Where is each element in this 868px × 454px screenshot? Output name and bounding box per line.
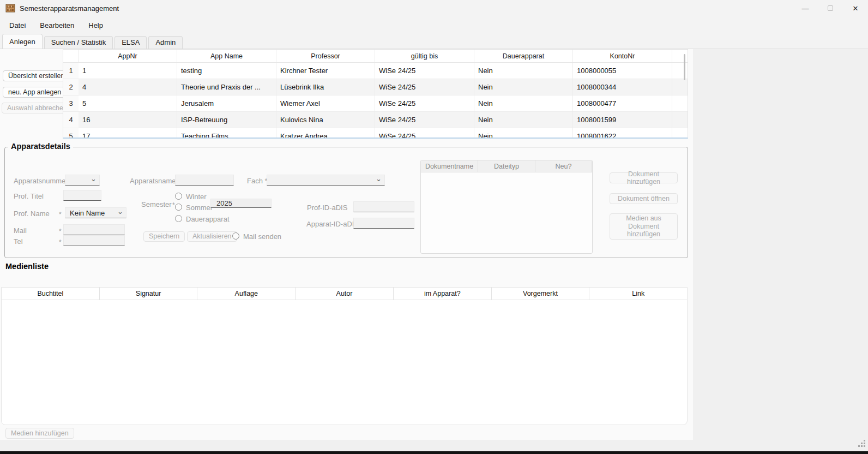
doc-table-head: DokumentnameDateitypNeu? bbox=[421, 160, 592, 172]
apps-col-kontonr[interactable]: KontoNr bbox=[573, 50, 672, 62]
prof-titel-label: Prof. Titel bbox=[14, 192, 44, 200]
semester-required-marker: * bbox=[172, 201, 175, 209]
cell: Theorie und Praxis der ... bbox=[177, 79, 276, 95]
cell: Nein bbox=[474, 79, 573, 95]
cell: Lüsebrink Ilka bbox=[276, 79, 375, 95]
cell: 1008001599 bbox=[573, 112, 672, 128]
close-button[interactable]: ✕ bbox=[843, 0, 868, 16]
cell: 17 bbox=[79, 128, 177, 139]
doc-col-dateityp[interactable]: Dateityp bbox=[478, 160, 535, 172]
apps-col-app-name[interactable]: App Name bbox=[177, 50, 276, 62]
cell: 1 bbox=[79, 63, 177, 79]
cell: Nein bbox=[474, 112, 573, 128]
apps-col-dauerapparat[interactable]: Dauerapparat bbox=[474, 50, 573, 62]
prof-name-combobox[interactable]: Kein Name⌄ bbox=[65, 207, 126, 218]
prof-id-adis-input[interactable] bbox=[353, 201, 414, 212]
minimize-button[interactable]: — bbox=[793, 0, 818, 16]
medien-col-auflage[interactable]: Auflage bbox=[197, 288, 296, 300]
medien-col-vorgemerkt[interactable]: Vorgemerkt bbox=[492, 288, 590, 300]
medienliste-title: Medienliste bbox=[5, 262, 49, 271]
apps-col-appnr[interactable]: AppNr bbox=[79, 50, 177, 62]
status-strip bbox=[0, 440, 868, 451]
medien-col-im-apparat?[interactable]: im Apparat? bbox=[394, 288, 492, 300]
apparatsnummer-label: Apparatsnummer bbox=[14, 177, 68, 185]
cell: Wiemer Axel bbox=[276, 95, 375, 111]
cell: 1008001622 bbox=[573, 128, 672, 139]
doc-col-neu?[interactable]: Neu? bbox=[535, 160, 592, 172]
übersicht-erstellen-button[interactable]: Übersicht erstellen bbox=[3, 70, 70, 81]
sommer-radio[interactable] bbox=[175, 204, 182, 211]
tel-required-marker: * bbox=[59, 238, 62, 246]
winter-radio-label: Winter bbox=[186, 193, 207, 201]
dokument-öffnen-button[interactable]: Dokument öffnen bbox=[610, 193, 678, 204]
medien-hinzufuegen-button[interactable]: Medien hinzufügen bbox=[5, 428, 74, 439]
sommer-radio-label: Sommer bbox=[186, 204, 213, 212]
mail-input[interactable] bbox=[63, 224, 125, 235]
apparatsname-input[interactable] bbox=[175, 175, 234, 186]
aktualisieren-button[interactable]: Aktualisieren bbox=[187, 231, 237, 242]
apps-col-professor[interactable]: Professor bbox=[276, 50, 375, 62]
right-panel: ← Januar▼ 2025 → MoDiMiDoFrSaSo 30311234… bbox=[693, 49, 868, 440]
row-number: 3 bbox=[63, 95, 79, 111]
cell: testing bbox=[177, 63, 276, 79]
mail-label: Mail bbox=[14, 226, 27, 235]
cell: Kirchner Tester bbox=[276, 63, 375, 79]
apparat-id-adis-input[interactable] bbox=[353, 218, 414, 229]
apps-col-gültig-bis[interactable]: gültig bis bbox=[375, 50, 474, 62]
tab-anlegen[interactable]: Anlegen bbox=[2, 34, 43, 49]
tab-admin[interactable]: Admin bbox=[148, 36, 183, 49]
chevron-down-icon: ⌄ bbox=[117, 210, 123, 214]
cell: Jerusalem bbox=[177, 95, 276, 111]
medien-col-signatur[interactable]: Signatur bbox=[100, 288, 198, 300]
table-row[interactable]: 35JerusalemWiemer AxelWiSe 24/25Nein1008… bbox=[63, 95, 688, 112]
application-window: Semesterapparatsmanagement — ✕ DateiBear… bbox=[0, 0, 868, 454]
cell: 4 bbox=[79, 79, 177, 95]
prof-titel-input[interactable] bbox=[63, 190, 101, 201]
apps-table: AppNrApp NameProfessorgültig bisDauerapp… bbox=[63, 49, 688, 139]
medien-col-link[interactable]: Link bbox=[589, 288, 687, 300]
menu-item-help[interactable]: Help bbox=[81, 18, 110, 33]
dauerapparat-radio-label: Dauerapparat bbox=[186, 215, 230, 223]
table-row[interactable]: 11testingKirchner TesterWiSe 24/25Nein10… bbox=[63, 63, 688, 79]
tab-suchen-statistik[interactable]: Suchen / Statistik bbox=[44, 36, 113, 49]
dokument-hinzufügen-button[interactable]: Dokument hinzufügen bbox=[610, 172, 678, 183]
apparatsnummer-combobox[interactable]: ⌄ bbox=[65, 175, 100, 186]
close-icon: ✕ bbox=[853, 4, 859, 13]
menu-item-datei[interactable]: Datei bbox=[2, 18, 33, 33]
tel-label: Tel bbox=[14, 237, 23, 246]
resize-grip[interactable] bbox=[857, 439, 865, 447]
cell: Teaching Films bbox=[177, 128, 276, 139]
fach-combobox[interactable]: ⌄ bbox=[267, 175, 385, 186]
menu-item-bearbeiten[interactable]: Bearbeiten bbox=[33, 18, 81, 33]
neu-app-anlegen-button[interactable]: neu. App anlegen bbox=[3, 87, 67, 98]
medien-col-autor[interactable]: Autor bbox=[296, 288, 394, 300]
tab-elsa[interactable]: ELSA bbox=[114, 36, 147, 49]
medien-col-buchtitel[interactable]: Buchtitel bbox=[2, 288, 100, 300]
tel-input[interactable] bbox=[63, 235, 125, 246]
cell: WiSe 24/25 bbox=[375, 63, 474, 79]
winter-radio[interactable] bbox=[175, 193, 182, 200]
prof-id-adis-label: Prof-ID-aDIS bbox=[307, 204, 347, 212]
auswahl-abbrechen-button[interactable]: Auswahl abbrechen bbox=[2, 103, 73, 113]
row-number: 2 bbox=[63, 79, 79, 95]
cell: WiSe 24/25 bbox=[375, 95, 474, 111]
menubar: DateiBearbeitenHelp bbox=[0, 16, 868, 34]
cell: WiSe 24/25 bbox=[375, 79, 474, 95]
cell: Nein bbox=[474, 63, 573, 79]
apps-table-scrollbar[interactable] bbox=[684, 54, 685, 80]
mail-senden-label: Mail senden bbox=[243, 232, 281, 241]
maximize-button[interactable] bbox=[818, 0, 843, 16]
cell: WiSe 24/25 bbox=[375, 128, 474, 139]
doc-col-dokumentname[interactable]: Dokumentname bbox=[421, 160, 478, 172]
table-row[interactable]: 517Teaching FilmsKratzer AndreaWiSe 24/2… bbox=[63, 128, 688, 139]
dauerapparat-radio[interactable] bbox=[175, 215, 182, 222]
table-row[interactable]: 24Theorie und Praxis der ...Lüsebrink Il… bbox=[63, 79, 688, 95]
fach-label: Fach * bbox=[247, 177, 268, 185]
semester-jahr-input[interactable]: 2025 bbox=[210, 199, 272, 208]
medien-aus-dokument-hinzufügen-button[interactable]: Medien aus Dokument hinzufügen bbox=[610, 213, 678, 240]
speichern-button[interactable]: Speichern bbox=[143, 231, 185, 242]
table-row[interactable]: 416ISP-BetreuungKulovics NinaWiSe 24/25N… bbox=[63, 112, 688, 128]
cell: Kulovics Nina bbox=[276, 112, 375, 128]
groupbox-title: Apparatsdetails bbox=[8, 142, 73, 151]
mail-senden-radio[interactable] bbox=[232, 232, 239, 240]
